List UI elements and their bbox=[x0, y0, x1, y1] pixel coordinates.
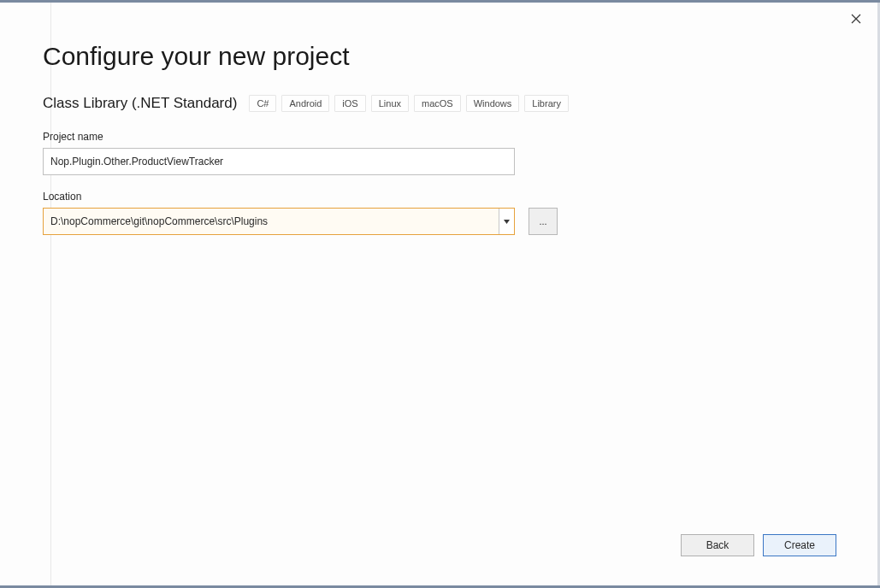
template-name: Class Library (.NET Standard) bbox=[43, 95, 237, 112]
location-label: Location bbox=[43, 191, 877, 203]
project-name-input[interactable] bbox=[43, 148, 515, 175]
browse-button[interactable]: ... bbox=[529, 208, 558, 235]
tag-windows: Windows bbox=[466, 95, 520, 112]
tag-macos: macOS bbox=[414, 95, 461, 112]
tag-ios: iOS bbox=[334, 95, 365, 112]
dialog-footer-buttons: Back Create bbox=[681, 534, 836, 556]
tag-library: Library bbox=[524, 95, 569, 112]
create-button[interactable]: Create bbox=[763, 534, 836, 556]
template-tags: C# Android iOS Linux macOS Windows Libra… bbox=[249, 95, 569, 112]
project-name-label: Project name bbox=[43, 131, 877, 143]
location-dropdown-button[interactable] bbox=[499, 209, 514, 234]
svg-marker-2 bbox=[504, 220, 510, 224]
location-group: Location ... bbox=[43, 191, 877, 235]
close-icon bbox=[851, 14, 861, 24]
location-input[interactable] bbox=[44, 209, 499, 234]
dialog-main: Configure your new project Class Library… bbox=[51, 3, 877, 585]
tag-csharp: C# bbox=[249, 95, 276, 112]
chevron-down-icon bbox=[504, 220, 510, 224]
tag-linux: Linux bbox=[371, 95, 409, 112]
template-row: Class Library (.NET Standard) C# Android… bbox=[43, 95, 877, 112]
location-combobox bbox=[43, 208, 515, 235]
page-title: Configure your new project bbox=[43, 42, 877, 71]
project-name-group: Project name bbox=[43, 131, 877, 175]
tag-android: Android bbox=[281, 95, 329, 112]
close-button[interactable] bbox=[848, 11, 864, 26]
back-button[interactable]: Back bbox=[681, 534, 754, 556]
